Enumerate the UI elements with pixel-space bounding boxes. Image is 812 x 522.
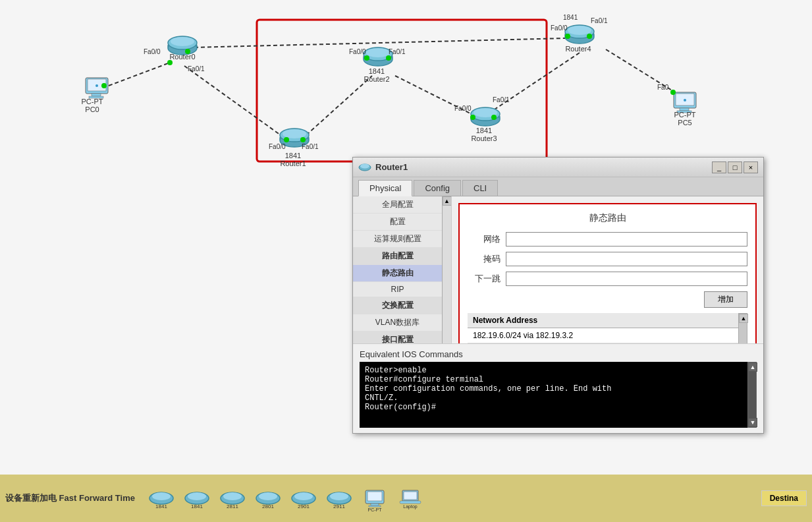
svg-rect-101 [404,492,417,500]
svg-point-84 [223,492,242,500]
bottom-bar-label: 设备重新加电 Fast Forward Time [5,492,135,504]
svg-text:PC-PT: PC-PT [674,111,696,119]
svg-point-20 [171,37,194,46]
svg-text:1841: 1841 [369,67,385,75]
route-table-wrapper: Network Address 182.19.6.0/24 via 182.19… [468,313,747,343]
svg-text:2901: 2901 [298,504,310,509]
maximize-button[interactable]: □ [728,161,742,173]
tab-cli[interactable]: CLI [462,180,498,196]
svg-text:Router1: Router1 [280,160,306,167]
svg-text:Fa0/1: Fa0/1 [389,48,406,55]
toolbar-router-1841-2[interactable]: 1841 [181,482,213,514]
svg-text:1841: 1841 [563,14,578,21]
sidebar-item-rip[interactable]: RIP [353,282,442,297]
svg-point-87 [259,492,277,500]
svg-text:Fa0/0: Fa0/0 [144,48,161,55]
ios-line-4: CNTL/Z. [365,393,398,403]
svg-text:Router4: Router4 [565,45,591,53]
svg-text:Fa0/1: Fa0/1 [591,17,608,24]
sidebar-item-config[interactable]: 配置 [353,214,442,231]
svg-text:Fa0/1: Fa0/1 [493,96,510,103]
ios-scrollbar: ▲ ▼ [747,362,757,428]
svg-rect-102 [400,501,421,504]
svg-text:PC-PT: PC-PT [82,98,103,105]
toolbar-router-2811[interactable]: 2811 [217,482,248,514]
dialog-tabs: Physical Config CLI [353,177,763,196]
ios-scroll-up[interactable]: ▲ [748,362,757,372]
sidebar-item-operation[interactable]: 运算规则配置 [353,231,442,248]
toolbar-router-2901[interactable]: 2901 [288,482,319,514]
svg-text:Fa0/0: Fa0/0 [269,143,286,150]
svg-point-73 [670,90,676,95]
dialog-body: 全局配置 配置 运算规则配置 路由配置 静态路由 RIP 交换配置 VLAN数据… [353,196,763,343]
toolbar-laptop[interactable]: Laptop [394,482,426,514]
svg-point-53 [491,115,497,120]
sidebar-scrollbar: ▲ ▼ [442,196,451,343]
destination-label: Destina [761,490,807,506]
minimize-button[interactable]: _ [712,161,726,173]
route-list: Network Address 182.19.6.0/24 via 182.19… [468,313,738,343]
svg-point-42 [364,55,369,61]
svg-text:Fa0: Fa0 [657,84,669,91]
router-icon [358,161,371,174]
toolbar-router-2801[interactable]: 2801 [252,482,284,514]
network-input[interactable] [506,232,747,246]
sidebar-wrapper: 全局配置 配置 运算规则配置 路由配置 静态路由 RIP 交换配置 VLAN数据… [353,196,451,343]
route-scroll-up[interactable]: ▲ [739,314,748,323]
svg-point-33 [300,137,306,142]
svg-rect-98 [369,506,381,507]
svg-point-13 [95,84,98,87]
svg-point-29 [283,129,306,138]
mask-input[interactable] [506,252,747,266]
svg-text:1841: 1841 [476,127,492,134]
sidebar-item-static-route[interactable]: 静态路由 [353,265,442,282]
dialog-titlebar: Router1 _ □ × [353,158,763,177]
sidebar-item-switch-config[interactable]: 交换配置 [353,297,442,314]
svg-text:Laptop: Laptop [403,504,418,509]
svg-rect-11 [92,94,101,96]
svg-rect-96 [367,492,382,501]
svg-point-61 [565,34,570,39]
route-row[interactable]: 182.19.6.0/24 via 182.19.3.2 [468,328,738,343]
sidebar-item-route-config[interactable]: 路由配置 [353,248,442,265]
ios-label: Equivalent IOS Commands [360,349,757,359]
close-button[interactable]: × [744,161,758,173]
svg-text:2911: 2911 [333,504,345,509]
svg-point-90 [294,492,313,500]
svg-point-22 [167,60,173,65]
dialog-title: Router1 [375,162,711,172]
toolbar-router-1841-1[interactable]: 1841 [146,482,177,514]
svg-point-62 [587,34,592,39]
svg-point-39 [366,48,390,57]
add-button-row: 增加 [468,291,747,308]
ios-line-3: Enter configuration commands, one per li… [365,384,611,393]
ios-line-5: Router(config)# [365,403,436,412]
nexthop-input[interactable] [506,272,747,286]
tab-config[interactable]: Config [414,180,461,196]
svg-text:Router2: Router2 [364,75,389,83]
ios-scroll-down[interactable]: ▼ [748,418,757,427]
ios-terminal[interactable]: Router>enable Router#configure terminal … [360,362,747,428]
network-row: 网络 [468,232,747,246]
svg-text:PC5: PC5 [678,119,691,127]
sidebar-item-vlan[interactable]: VLAN数据库 [353,314,442,332]
toolbar-router-2911[interactable]: 2911 [323,482,355,514]
add-button[interactable]: 增加 [704,291,747,308]
sidebar-scroll-up[interactable]: ▲ [443,196,452,206]
tab-physical[interactable]: Physical [358,180,412,196]
bottom-toolbar: 设备重新加电 Fast Forward Time 1841 1841 2811 … [0,475,812,522]
route-scrollbar: ▲ ▼ [738,313,747,343]
svg-point-16 [101,83,107,88]
ios-terminal-wrapper: Router>enable Router#configure terminal … [360,362,757,428]
sidebar-item-global[interactable]: 全局配置 [353,196,442,214]
mask-label: 掩码 [468,253,501,265]
svg-text:Fa0/0: Fa0/0 [551,24,568,32]
sidebar-list: 全局配置 配置 运算规则配置 路由配置 静态路由 RIP 交换配置 VLAN数据… [353,196,442,343]
svg-text:Router0: Router0 [169,53,195,61]
svg-text:PC0: PC0 [85,105,99,113]
toolbar-pc[interactable]: PC-PT [359,482,391,514]
sidebar-item-interface-config[interactable]: 接口配置 [353,332,442,343]
svg-text:PC-PT: PC-PT [367,508,382,511]
svg-text:2811: 2811 [227,504,238,509]
svg-text:Fa0/1: Fa0/1 [302,143,319,150]
